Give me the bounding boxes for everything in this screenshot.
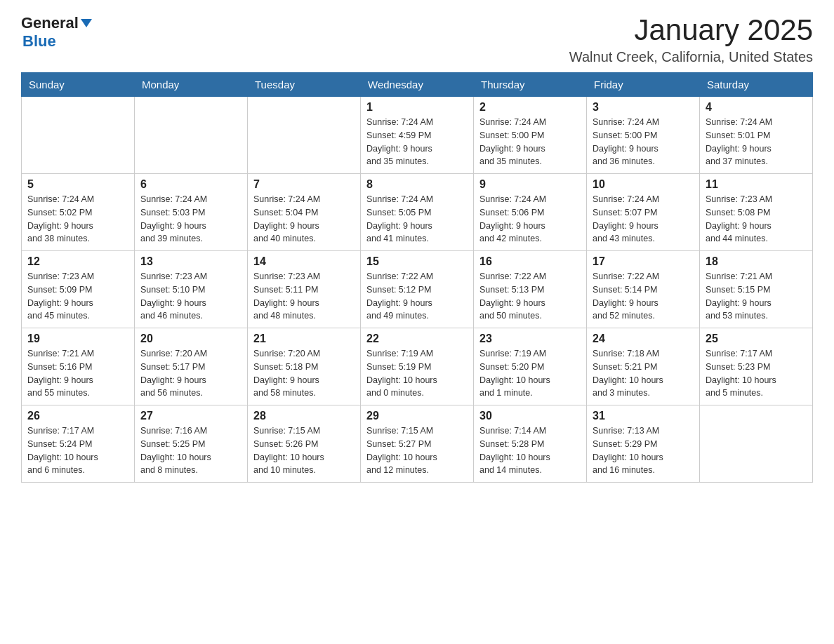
logo: General Blue — [21, 14, 93, 51]
day-number: 22 — [366, 333, 468, 345]
day-info: Sunrise: 7:23 AM Sunset: 5:08 PM Dayligh… — [706, 193, 807, 246]
day-info: Sunrise: 7:15 AM Sunset: 5:26 PM Dayligh… — [253, 424, 355, 477]
calendar-table: SundayMondayTuesdayWednesdayThursdayFrid… — [21, 72, 813, 483]
weekday-header-monday: Monday — [135, 73, 248, 97]
day-number: 20 — [140, 333, 241, 345]
weekday-header-saturday: Saturday — [700, 73, 813, 97]
calendar-cell: 29Sunrise: 7:15 AM Sunset: 5:27 PM Dayli… — [361, 405, 474, 483]
day-info: Sunrise: 7:17 AM Sunset: 5:23 PM Dayligh… — [706, 347, 807, 400]
calendar-cell: 1Sunrise: 7:24 AM Sunset: 4:59 PM Daylig… — [361, 97, 474, 174]
calendar-cell: 22Sunrise: 7:19 AM Sunset: 5:19 PM Dayli… — [361, 328, 474, 405]
day-number: 10 — [593, 178, 694, 191]
day-info: Sunrise: 7:23 AM Sunset: 5:09 PM Dayligh… — [27, 270, 128, 323]
day-number: 28 — [253, 410, 355, 422]
day-info: Sunrise: 7:22 AM Sunset: 5:14 PM Dayligh… — [593, 270, 694, 323]
calendar-cell — [22, 97, 135, 174]
logo-blue-text: Blue — [22, 32, 56, 50]
day-number: 12 — [27, 255, 128, 268]
calendar-cell: 6Sunrise: 7:24 AM Sunset: 5:03 PM Daylig… — [135, 174, 248, 251]
weekday-header-tuesday: Tuesday — [248, 73, 361, 97]
day-info: Sunrise: 7:24 AM Sunset: 5:02 PM Dayligh… — [27, 193, 128, 246]
calendar-cell: 21Sunrise: 7:20 AM Sunset: 5:18 PM Dayli… — [248, 328, 361, 405]
day-number: 26 — [27, 410, 128, 422]
day-number: 19 — [27, 333, 128, 345]
day-number: 5 — [27, 178, 128, 191]
day-number: 25 — [706, 333, 807, 345]
day-number: 29 — [366, 410, 468, 422]
calendar-cell: 11Sunrise: 7:23 AM Sunset: 5:08 PM Dayli… — [700, 174, 813, 251]
day-info: Sunrise: 7:24 AM Sunset: 5:00 PM Dayligh… — [479, 116, 581, 168]
calendar-cell: 27Sunrise: 7:16 AM Sunset: 5:25 PM Dayli… — [135, 405, 248, 483]
day-info: Sunrise: 7:24 AM Sunset: 5:04 PM Dayligh… — [253, 193, 355, 246]
calendar-cell — [135, 97, 248, 174]
day-number: 2 — [479, 101, 581, 114]
day-info: Sunrise: 7:19 AM Sunset: 5:20 PM Dayligh… — [479, 347, 581, 400]
day-info: Sunrise: 7:24 AM Sunset: 5:01 PM Dayligh… — [706, 116, 807, 168]
svg-marker-0 — [81, 19, 92, 27]
calendar-cell: 31Sunrise: 7:13 AM Sunset: 5:29 PM Dayli… — [587, 405, 700, 483]
calendar-cell: 2Sunrise: 7:24 AM Sunset: 5:00 PM Daylig… — [474, 97, 587, 174]
day-info: Sunrise: 7:21 AM Sunset: 5:16 PM Dayligh… — [27, 347, 128, 400]
calendar-week-row: 26Sunrise: 7:17 AM Sunset: 5:24 PM Dayli… — [22, 405, 813, 483]
day-number: 30 — [479, 410, 581, 422]
calendar-week-row: 12Sunrise: 7:23 AM Sunset: 5:09 PM Dayli… — [22, 251, 813, 328]
day-info: Sunrise: 7:24 AM Sunset: 5:05 PM Dayligh… — [366, 193, 468, 246]
weekday-header-sunday: Sunday — [22, 73, 135, 97]
calendar-cell: 30Sunrise: 7:14 AM Sunset: 5:28 PM Dayli… — [474, 405, 587, 483]
calendar-week-row: 1Sunrise: 7:24 AM Sunset: 4:59 PM Daylig… — [22, 97, 813, 174]
calendar-cell: 15Sunrise: 7:22 AM Sunset: 5:12 PM Dayli… — [361, 251, 474, 328]
calendar-cell: 14Sunrise: 7:23 AM Sunset: 5:11 PM Dayli… — [248, 251, 361, 328]
day-info: Sunrise: 7:24 AM Sunset: 5:06 PM Dayligh… — [479, 193, 581, 246]
day-info: Sunrise: 7:15 AM Sunset: 5:27 PM Dayligh… — [366, 424, 468, 477]
day-number: 18 — [706, 255, 807, 268]
day-number: 14 — [253, 255, 355, 268]
calendar-cell: 25Sunrise: 7:17 AM Sunset: 5:23 PM Dayli… — [700, 328, 813, 405]
day-info: Sunrise: 7:19 AM Sunset: 5:19 PM Dayligh… — [366, 347, 468, 400]
day-info: Sunrise: 7:24 AM Sunset: 5:00 PM Dayligh… — [593, 116, 694, 168]
day-info: Sunrise: 7:21 AM Sunset: 5:15 PM Dayligh… — [706, 270, 807, 323]
calendar-week-row: 19Sunrise: 7:21 AM Sunset: 5:16 PM Dayli… — [22, 328, 813, 405]
calendar-cell: 19Sunrise: 7:21 AM Sunset: 5:16 PM Dayli… — [22, 328, 135, 405]
day-info: Sunrise: 7:14 AM Sunset: 5:28 PM Dayligh… — [479, 424, 581, 477]
day-info: Sunrise: 7:13 AM Sunset: 5:29 PM Dayligh… — [593, 424, 694, 477]
day-number: 15 — [366, 255, 468, 268]
day-info: Sunrise: 7:22 AM Sunset: 5:13 PM Dayligh… — [479, 270, 581, 323]
weekday-header-friday: Friday — [587, 73, 700, 97]
day-info: Sunrise: 7:24 AM Sunset: 4:59 PM Dayligh… — [366, 116, 468, 168]
page-title: January 2025 — [569, 14, 813, 46]
title-section: January 2025 Walnut Creek, California, U… — [569, 14, 813, 65]
day-number: 21 — [253, 333, 355, 345]
day-number: 27 — [140, 410, 241, 422]
calendar-cell: 20Sunrise: 7:20 AM Sunset: 5:17 PM Dayli… — [135, 328, 248, 405]
day-info: Sunrise: 7:23 AM Sunset: 5:10 PM Dayligh… — [140, 270, 241, 323]
calendar-cell — [248, 97, 361, 174]
day-number: 8 — [366, 178, 468, 191]
calendar-cell: 26Sunrise: 7:17 AM Sunset: 5:24 PM Dayli… — [22, 405, 135, 483]
page-header: General Blue January 2025 Walnut Creek, … — [21, 14, 813, 65]
calendar-week-row: 5Sunrise: 7:24 AM Sunset: 5:02 PM Daylig… — [22, 174, 813, 251]
day-number: 6 — [140, 178, 241, 191]
day-number: 4 — [706, 101, 807, 114]
day-info: Sunrise: 7:24 AM Sunset: 5:03 PM Dayligh… — [140, 193, 241, 246]
calendar-cell: 10Sunrise: 7:24 AM Sunset: 5:07 PM Dayli… — [587, 174, 700, 251]
calendar-cell: 7Sunrise: 7:24 AM Sunset: 5:04 PM Daylig… — [248, 174, 361, 251]
weekday-header-thursday: Thursday — [474, 73, 587, 97]
calendar-cell: 8Sunrise: 7:24 AM Sunset: 5:05 PM Daylig… — [361, 174, 474, 251]
day-number: 11 — [706, 178, 807, 191]
calendar-cell: 17Sunrise: 7:22 AM Sunset: 5:14 PM Dayli… — [587, 251, 700, 328]
calendar-cell: 9Sunrise: 7:24 AM Sunset: 5:06 PM Daylig… — [474, 174, 587, 251]
calendar-cell: 5Sunrise: 7:24 AM Sunset: 5:02 PM Daylig… — [22, 174, 135, 251]
day-number: 3 — [593, 101, 694, 114]
day-info: Sunrise: 7:23 AM Sunset: 5:11 PM Dayligh… — [253, 270, 355, 323]
day-info: Sunrise: 7:20 AM Sunset: 5:18 PM Dayligh… — [253, 347, 355, 400]
day-info: Sunrise: 7:20 AM Sunset: 5:17 PM Dayligh… — [140, 347, 241, 400]
calendar-cell: 3Sunrise: 7:24 AM Sunset: 5:00 PM Daylig… — [587, 97, 700, 174]
day-info: Sunrise: 7:16 AM Sunset: 5:25 PM Dayligh… — [140, 424, 241, 477]
calendar-cell: 28Sunrise: 7:15 AM Sunset: 5:26 PM Dayli… — [248, 405, 361, 483]
day-info: Sunrise: 7:22 AM Sunset: 5:12 PM Dayligh… — [366, 270, 468, 323]
day-number: 23 — [479, 333, 581, 345]
day-number: 24 — [593, 333, 694, 345]
weekday-header-row: SundayMondayTuesdayWednesdayThursdayFrid… — [22, 73, 813, 97]
day-info: Sunrise: 7:18 AM Sunset: 5:21 PM Dayligh… — [593, 347, 694, 400]
logo-triangle-icon — [80, 18, 93, 30]
